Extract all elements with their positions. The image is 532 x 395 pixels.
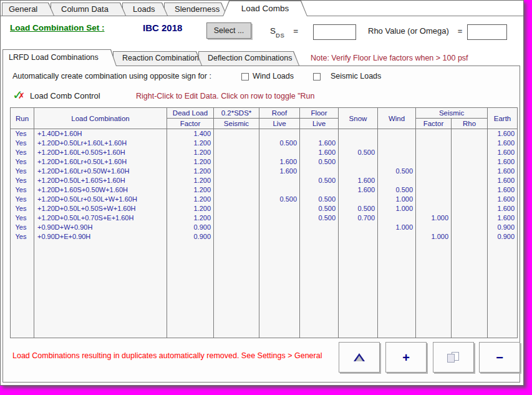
- table-cell: [214, 232, 259, 241]
- table-row[interactable]: Yes+1.20D+1.60L+0.50S+1.60H1.2001.6000.5…: [11, 148, 518, 157]
- table-cell: 1.200: [167, 185, 214, 195]
- table-cell: 1.600: [488, 167, 518, 176]
- table-cell: Yes: [11, 195, 34, 204]
- copy-row-button[interactable]: [433, 342, 474, 373]
- table-cell: +1.20D+1.60Lr+0.50W+1.60H: [34, 167, 167, 176]
- tab-column-data-label[interactable]: Column Data: [51, 3, 125, 16]
- subtab-deflection-label[interactable]: Deflection Combinations: [199, 52, 299, 66]
- table-cell: [416, 148, 452, 157]
- subtab-lrfd-label[interactable]: LRFD Load Combinations: [3, 50, 116, 66]
- table-row[interactable]: Yes+1.20D+1.60Lr+0.50L+1.60H1.2001.6000.…: [11, 157, 518, 167]
- table-cell: 0.500: [300, 213, 339, 223]
- table-cell: [378, 148, 416, 157]
- seismic-loads-checkbox[interactable]: [313, 73, 321, 80]
- col-floor: Floor: [300, 108, 339, 119]
- subtab-deflection[interactable]: Deflection Combinations: [198, 51, 299, 66]
- table-cell: 0.500: [339, 148, 378, 157]
- table-cell: 0.900: [488, 232, 518, 241]
- table-row[interactable]: Yes+1.20D+0.50Lr+0.50L+W+1.60H1.2000.500…: [11, 195, 518, 204]
- table-cell: [378, 157, 416, 167]
- table-row[interactable]: Yes+1.20D+1.60Lr+0.50W+1.60H1.2001.6000.…: [11, 167, 518, 176]
- move-up-button[interactable]: [339, 342, 380, 373]
- table-row[interactable]: Yes+0.90D+W+0.90H0.9001.0000.900: [11, 223, 518, 232]
- table-cell: +1.20D+1.60L+0.50S+1.60H: [34, 148, 167, 157]
- table-row[interactable]: Yes+0.90D+E+0.90H0.9001.0000.900: [11, 232, 518, 241]
- table-row[interactable]: Yes+1.20D+0.50Lr+1.60L+1.60H1.2000.5001.…: [11, 139, 518, 148]
- table-cell: [214, 223, 259, 232]
- subtab-reaction-label[interactable]: Reaction Combinations: [114, 52, 201, 66]
- table-row[interactable]: Yes+1.20D+0.50L+0.50S+W+1.60H1.2000.5000…: [11, 204, 518, 213]
- table-cell: 0.500: [339, 204, 378, 213]
- table-cell: 1.000: [416, 213, 452, 223]
- table-cell: [416, 157, 452, 167]
- table-cell: 1.600: [488, 157, 518, 167]
- col-wind: Wind: [378, 108, 416, 129]
- table-cell: [416, 129, 452, 139]
- tab-slenderness[interactable]: Slenderness: [164, 2, 227, 16]
- sds-input[interactable]: [313, 24, 356, 40]
- lrfd-panel: Automatically create combination using o…: [2, 66, 520, 383]
- rho-label: Rho Value (or Omega)=: [368, 26, 462, 36]
- table-cell: [214, 204, 259, 213]
- tab-general-label[interactable]: General: [2, 3, 54, 16]
- tab-load-combs[interactable]: Load Combs: [223, 1, 307, 16]
- table-cell: [416, 223, 452, 232]
- table-cell: 1.600: [488, 195, 518, 204]
- table-cell: Yes: [11, 232, 34, 241]
- col-seismic-factor: Factor: [416, 119, 452, 129]
- table-cell: [452, 204, 488, 213]
- rho-input[interactable]: [467, 24, 507, 40]
- wind-loads-checkbox[interactable]: [241, 73, 249, 80]
- tab-loads-label[interactable]: Loads: [123, 3, 167, 16]
- tab-general[interactable]: General: [2, 2, 54, 16]
- table-cell: [259, 232, 300, 241]
- table-cell: +0.90D+E+0.90H: [34, 232, 167, 241]
- table-cell: 1.600: [488, 204, 518, 213]
- table-cell: 0.900: [167, 232, 214, 241]
- table-cell: [214, 167, 259, 176]
- table-cell: Yes: [11, 176, 34, 185]
- check-x-icon: ✓ ✗: [12, 89, 27, 102]
- copy-icon: [447, 352, 460, 363]
- table-row[interactable]: Yes+1.20D+1.60S+0.50W+1.60H1.2001.6000.5…: [11, 185, 518, 195]
- delete-row-button[interactable]: −: [479, 342, 520, 373]
- table-cell: [300, 129, 339, 139]
- subtab-lrfd[interactable]: LRFD Load Combinations: [2, 49, 117, 66]
- table-row[interactable]: Yes+1.40D+1.60H1.4001.600: [11, 129, 518, 139]
- select-button[interactable]: Select ...: [206, 22, 251, 39]
- tab-column-data[interactable]: Column Data: [51, 2, 126, 16]
- tab-load-combs-label[interactable]: Load Combs: [223, 1, 307, 16]
- tab-loads[interactable]: Loads: [122, 2, 168, 16]
- add-row-button[interactable]: +: [385, 342, 427, 373]
- table-cell: Yes: [11, 148, 34, 157]
- table-cell: 1.600: [339, 176, 378, 185]
- subtab-reaction[interactable]: Reaction Combinations: [113, 51, 202, 66]
- table-cell: Yes: [11, 223, 34, 232]
- sds-label: SDS=: [270, 26, 298, 37]
- table-cell: Yes: [11, 157, 34, 167]
- load-combs-window: General Column Data Loads Slenderness Lo…: [0, 0, 524, 386]
- table-cell: 0.500: [259, 195, 300, 204]
- tab-slenderness-label[interactable]: Slenderness: [165, 3, 226, 16]
- table-row[interactable]: Yes+1.20D+0.50L+1.60S+1.60H1.2000.5001.6…: [11, 176, 518, 185]
- table-cell: [339, 129, 378, 139]
- table-cell: 1.000: [378, 223, 416, 232]
- col-dead-load: Dead Load: [167, 108, 214, 119]
- auto-create-label: Automatically create combination using o…: [12, 72, 211, 80]
- table-cell: [416, 195, 452, 204]
- up-triangle-icon: [354, 353, 365, 361]
- wind-loads-label: Wind Loads: [253, 72, 294, 80]
- table-cell: [214, 213, 259, 223]
- table-cell: Yes: [11, 167, 34, 176]
- load-combinations-table[interactable]: Run Load Combination Dead Load 0.2*SDS* …: [10, 107, 518, 338]
- table-cell: [378, 232, 416, 241]
- table-cell: [300, 232, 339, 241]
- table-cell: 0.500: [378, 167, 416, 176]
- table-row[interactable]: Yes+1.20D+0.50L+0.70S+E+1.60H1.2000.5000…: [11, 213, 518, 223]
- table-cell: 1.200: [167, 204, 214, 213]
- table-cell: [214, 185, 259, 195]
- table-cell: 1.600: [259, 167, 300, 176]
- table-cell: Yes: [11, 213, 34, 223]
- table-cell: [378, 129, 416, 139]
- table-cell: 1.200: [167, 195, 214, 204]
